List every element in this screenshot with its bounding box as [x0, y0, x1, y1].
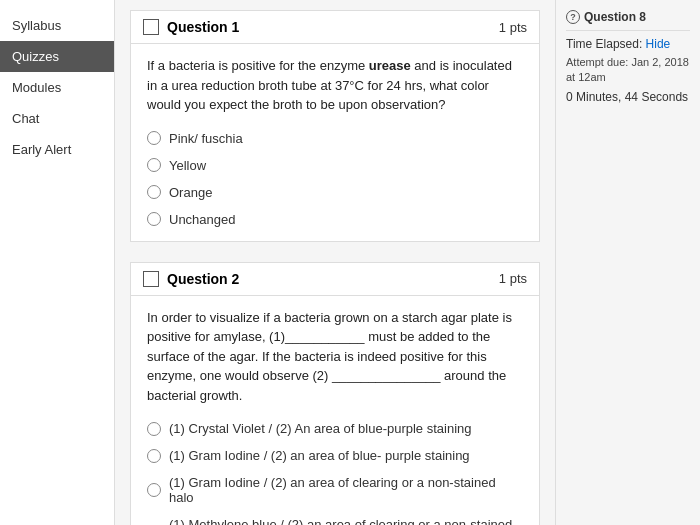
sidebar-item-syllabus[interactable]: Syllabus: [0, 10, 114, 41]
option-2-d[interactable]: (1) Methylene blue / (2) an area of clea…: [147, 515, 523, 525]
sidebar-item-label: Early Alert: [12, 142, 71, 157]
option-2-c[interactable]: (1) Gram Iodine / (2) an area of clearin…: [147, 473, 523, 507]
option-1-c[interactable]: Orange: [147, 183, 523, 202]
main-content: Question 1 1 pts If a bacteria is positi…: [115, 0, 555, 525]
question-text-1: If a bacteria is positive for the enzyme…: [147, 56, 523, 115]
question-nav-label: Question 8: [584, 10, 646, 24]
option-label-2-c: (1) Gram Iodine / (2) an area of clearin…: [169, 475, 523, 505]
sidebar-item-label: Quizzes: [12, 49, 59, 64]
question-text-2: In order to visualize if a bacteria grow…: [147, 308, 523, 406]
radio-1-b[interactable]: [147, 158, 161, 172]
question-title-1: Question 1: [167, 19, 239, 35]
radio-2-b[interactable]: [147, 449, 161, 463]
time-elapsed-row: Time Elapsed: Hide: [566, 37, 690, 51]
sidebar-item-early-alert[interactable]: Early Alert: [0, 134, 114, 165]
radio-1-c[interactable]: [147, 185, 161, 199]
option-2-a[interactable]: (1) Crystal Violet / (2) An area of blue…: [147, 419, 523, 438]
question-body-1: If a bacteria is positive for the enzyme…: [131, 44, 539, 241]
option-label-1-a: Pink/ fuschia: [169, 131, 243, 146]
option-1-a[interactable]: Pink/ fuschia: [147, 129, 523, 148]
options-list-2: (1) Crystal Violet / (2) An area of blue…: [147, 419, 523, 525]
radio-1-d[interactable]: [147, 212, 161, 226]
option-label-1-c: Orange: [169, 185, 212, 200]
right-panel: ? Question 8 Time Elapsed: Hide Attempt …: [555, 0, 700, 525]
option-2-b[interactable]: (1) Gram Iodine / (2) an area of blue- p…: [147, 446, 523, 465]
sidebar-item-label: Modules: [12, 80, 61, 95]
question-header-1: Question 1 1 pts: [131, 11, 539, 44]
bookmark-icon-2[interactable]: [143, 271, 159, 287]
sidebar-item-label: Chat: [12, 111, 39, 126]
bookmark-icon-1[interactable]: [143, 19, 159, 35]
option-1-b[interactable]: Yellow: [147, 156, 523, 175]
question-title-2: Question 2: [167, 271, 239, 287]
separator-1: [566, 30, 690, 31]
question-pts-1: 1 pts: [499, 20, 527, 35]
sidebar: Syllabus Quizzes Modules Chat Early Aler…: [0, 0, 115, 525]
question-header-2: Question 2 1 pts: [131, 263, 539, 296]
question-header-left-1: Question 1: [143, 19, 239, 35]
option-1-d[interactable]: Unchanged: [147, 210, 523, 229]
question-nav-title: ? Question 8: [566, 10, 690, 24]
question-header-left-2: Question 2: [143, 271, 239, 287]
question-card-2: Question 2 1 pts In order to visualize i…: [130, 262, 540, 526]
attempt-due: Attempt due: Jan 2, 2018 at 12am: [566, 55, 690, 86]
option-label-1-b: Yellow: [169, 158, 206, 173]
question-card-1: Question 1 1 pts If a bacteria is positi…: [130, 10, 540, 242]
radio-1-a[interactable]: [147, 131, 161, 145]
radio-2-c[interactable]: [147, 483, 161, 497]
sidebar-item-chat[interactable]: Chat: [0, 103, 114, 134]
radio-2-a[interactable]: [147, 422, 161, 436]
options-list-1: Pink/ fuschia Yellow Orange Unchanged: [147, 129, 523, 229]
time-elapsed-label: Time Elapsed:: [566, 37, 642, 51]
option-label-2-a: (1) Crystal Violet / (2) An area of blue…: [169, 421, 472, 436]
question-nav-icon: ?: [566, 10, 580, 24]
time-counter: 0 Minutes, 44 Seconds: [566, 90, 690, 104]
option-label-1-d: Unchanged: [169, 212, 236, 227]
option-label-2-d: (1) Methylene blue / (2) an area of clea…: [169, 517, 523, 525]
hide-link[interactable]: Hide: [646, 37, 671, 51]
question-body-2: In order to visualize if a bacteria grow…: [131, 296, 539, 526]
question-pts-2: 1 pts: [499, 271, 527, 286]
sidebar-item-modules[interactable]: Modules: [0, 72, 114, 103]
sidebar-item-quizzes[interactable]: Quizzes: [0, 41, 114, 72]
option-label-2-b: (1) Gram Iodine / (2) an area of blue- p…: [169, 448, 470, 463]
sidebar-item-label: Syllabus: [12, 18, 61, 33]
